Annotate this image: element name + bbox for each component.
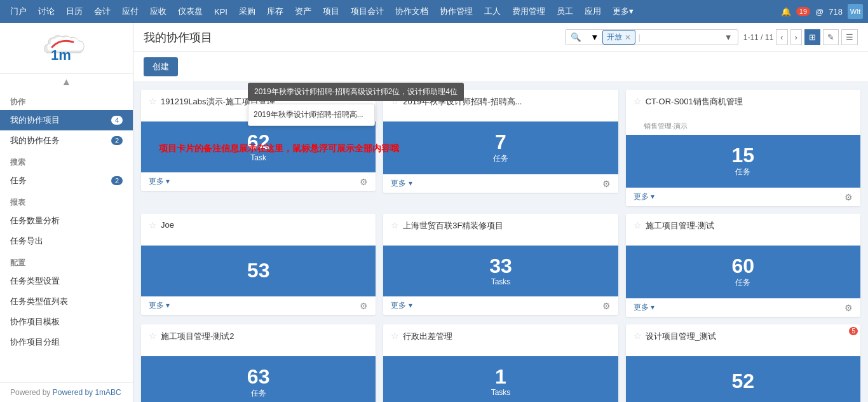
card-1-gear[interactable]: ⚙ [360, 177, 368, 187]
nav-worker[interactable]: 工人 [479, 3, 506, 20]
sidebar-item-task-type[interactable]: 任务类型设置 [0, 271, 133, 291]
card-2-count: 7 [495, 132, 506, 152]
section-reports-title: 报表 [0, 191, 133, 211]
card-6-name[interactable]: 施工项目管理-测试 [646, 220, 853, 232]
task-analysis-label: 任务数量分析 [10, 215, 123, 226]
nav-assets[interactable]: 资产 [290, 3, 316, 20]
nav-collab-docs[interactable]: 协作文档 [390, 3, 433, 20]
card-1-body[interactable]: 62 Task [141, 121, 376, 172]
list-view-button[interactable]: ☰ [841, 29, 858, 45]
card-5-more[interactable]: 更多 ▾ [391, 300, 412, 311]
nav-portal[interactable]: 门户 [5, 3, 32, 20]
nav-accounting[interactable]: 会计 [89, 3, 116, 20]
card-2-body[interactable]: 7 任务 [383, 121, 618, 174]
sidebar-item-project-group[interactable]: 协作项目分组 [0, 332, 133, 352]
search-button[interactable]: 🔍 [566, 30, 587, 45]
card-4-body[interactable]: 53 [141, 246, 376, 296]
project-card-6: ☆ 施工项目管理-测试 60 任务 更多 ▾ ⚙ [626, 214, 860, 317]
card-9-star[interactable]: ☆ [634, 331, 642, 341]
card-9-name[interactable]: 设计项目管理_测试 [646, 331, 853, 342]
card-1-star[interactable]: ☆ [149, 96, 157, 106]
card-8-body[interactable]: 1 Tasks [383, 356, 618, 402]
at-icon[interactable]: @ [815, 7, 824, 17]
create-button[interactable]: 创建 [144, 57, 178, 76]
sidebar-item-task-type-values[interactable]: 任务类型值列表 [0, 291, 133, 312]
card-8-name[interactable]: 行政出差管理 [403, 331, 610, 342]
card-7-count: 63 [247, 366, 270, 387]
card-6-more[interactable]: 更多 ▾ [634, 302, 654, 313]
filter-tag-open[interactable]: 开放 ✕ [602, 30, 635, 45]
edit-view-button[interactable]: ✎ [823, 29, 839, 45]
nav-payable[interactable]: 应付 [117, 3, 144, 20]
task-type-label: 任务类型设置 [10, 275, 123, 287]
prev-page-button[interactable]: ‹ [776, 29, 787, 45]
card-1-more[interactable]: 更多 ▾ [149, 176, 170, 187]
next-page-button[interactable]: › [790, 29, 802, 45]
nav-project-accounting[interactable]: 项目会计 [346, 3, 389, 20]
sidebar-item-tasks-search[interactable]: 任务 2 [0, 170, 133, 191]
card-5-star[interactable]: ☆ [391, 220, 399, 230]
search-input[interactable] [643, 30, 719, 45]
card-2-more[interactable]: 更多 ▾ [391, 178, 412, 189]
grid-view-button[interactable]: ⊞ [804, 29, 820, 45]
nav-receivable[interactable]: 应收 [145, 3, 172, 20]
nav-employee[interactable]: 员工 [552, 3, 578, 20]
nav-collab-mgmt[interactable]: 协作管理 [435, 3, 478, 20]
card-3-gear[interactable]: ⚙ [844, 192, 853, 202]
nav-inventory[interactable]: 库存 [262, 3, 288, 20]
nav-apps[interactable]: 应用 [580, 3, 606, 20]
nav-dashboard[interactable]: 仪表盘 [173, 3, 208, 20]
sidebar-item-task-export[interactable]: 任务导出 [0, 231, 133, 251]
card-3-name[interactable]: CT-OR-S001销售商机管理 [646, 96, 853, 107]
card-4-header: ☆ Joe [141, 214, 376, 246]
my-projects-badge: 4 [111, 116, 123, 125]
card-5-body[interactable]: 33 Tasks [383, 246, 618, 296]
section-config-title: 配置 [0, 251, 133, 271]
sidebar-scroll-up[interactable]: ▲ [0, 74, 133, 90]
notification-icon[interactable]: 🔔 [781, 7, 791, 17]
tooltip-overlay: 2019年秋季设计师招聘-招聘高级设计师2位，设计师助理4位 2019年秋季设计… [248, 83, 464, 126]
card-3-star[interactable]: ☆ [634, 96, 642, 106]
card-5-name[interactable]: 上海世贸百联3F精装修项目 [403, 220, 610, 232]
card-9-bell-badge: 5 [849, 327, 858, 335]
nav-calendar[interactable]: 日历 [61, 3, 88, 20]
view-controls: 1-11 / 11 ‹ › ⊞ ✎ ☰ [743, 29, 858, 45]
card-7-star[interactable]: ☆ [149, 331, 157, 341]
nav-expense[interactable]: 费用管理 [507, 3, 550, 20]
card-7-body[interactable]: 63 任务 [141, 356, 376, 402]
card-7-name[interactable]: 施工项目管理-测试2 [161, 331, 368, 342]
sidebar-item-project-template[interactable]: 协作项目模板 [0, 312, 133, 332]
card-3-more[interactable]: 更多 ▾ [634, 191, 654, 202]
search-dropdown-arrow[interactable]: ▼ [719, 30, 738, 45]
card-4-more[interactable]: 更多 ▾ [149, 300, 170, 311]
nav-more[interactable]: 更多▾ [607, 3, 639, 20]
card-9-body[interactable]: 52 [626, 356, 860, 402]
nav-kpi[interactable]: KPI [209, 4, 233, 19]
filter-button[interactable]: ▼ [587, 30, 602, 45]
card-3-body[interactable]: 15 任务 [626, 135, 860, 188]
task-type-values-label: 任务类型值列表 [10, 296, 123, 307]
avatar[interactable]: WIt [848, 4, 863, 19]
card-4-star[interactable]: ☆ [149, 220, 157, 230]
sidebar-item-my-projects[interactable]: 我的协作项目 4 [0, 110, 133, 130]
card-2-count-label: 任务 [493, 153, 508, 164]
card-6-header: ☆ 施工项目管理-测试 [626, 214, 860, 246]
card-1-count: 62 [247, 132, 270, 152]
sidebar-content: 协作 我的协作项目 4 我的协作任务 2 搜索 任务 2 报表 任务数量分析 任… [0, 90, 133, 382]
card-6-body[interactable]: 60 任务 [626, 246, 860, 298]
card-4-gear[interactable]: ⚙ [360, 301, 368, 311]
card-8-star[interactable]: ☆ [391, 331, 399, 341]
sidebar-item-my-tasks[interactable]: 我的协作任务 2 [0, 130, 133, 151]
nav-project[interactable]: 项目 [318, 3, 344, 20]
nav-purchase[interactable]: 采购 [234, 3, 261, 20]
card-4-name[interactable]: Joe [161, 220, 368, 230]
card-6-star[interactable]: ☆ [634, 220, 642, 230]
card-6-gear[interactable]: ⚙ [844, 303, 853, 313]
card-3-count: 15 [732, 145, 755, 165]
card-5-gear[interactable]: ⚙ [602, 301, 611, 311]
card-2-gear[interactable]: ⚙ [602, 179, 611, 189]
sidebar-item-task-analysis[interactable]: 任务数量分析 [0, 211, 133, 231]
filter-tag-close[interactable]: ✕ [625, 33, 631, 42]
brand-link[interactable]: Powered by 1mABC [53, 388, 121, 397]
nav-discuss[interactable]: 讨论 [33, 3, 60, 20]
